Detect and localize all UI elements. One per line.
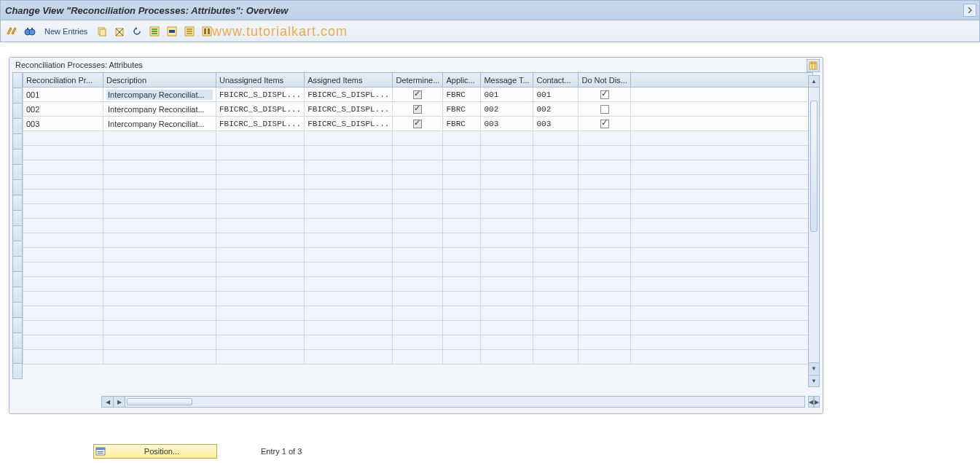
empty-cell[interactable] xyxy=(305,350,393,365)
empty-cell[interactable] xyxy=(481,306,533,321)
empty-cell[interactable] xyxy=(216,233,305,248)
empty-cell[interactable] xyxy=(23,204,103,219)
row-selector[interactable] xyxy=(12,287,23,303)
row-selector[interactable] xyxy=(12,179,23,195)
empty-cell[interactable] xyxy=(443,175,481,190)
empty-cell[interactable] xyxy=(579,248,631,262)
empty-cell[interactable] xyxy=(533,146,579,160)
empty-cell[interactable] xyxy=(579,204,631,219)
empty-cell[interactable] xyxy=(533,175,579,190)
empty-cell[interactable] xyxy=(579,321,631,335)
empty-cell[interactable] xyxy=(443,233,481,248)
row-selector[interactable] xyxy=(12,118,23,134)
empty-cell[interactable] xyxy=(579,146,631,160)
horizontal-scrollbar[interactable]: ◀ ▶ xyxy=(101,396,805,408)
empty-cell[interactable] xyxy=(443,160,481,175)
empty-cell[interactable] xyxy=(579,190,631,204)
col-unassigned[interactable]: Unassigned Items xyxy=(216,73,305,87)
empty-cell[interactable] xyxy=(103,175,216,190)
row-selector[interactable] xyxy=(12,133,23,149)
cell-applic[interactable]: FBRC xyxy=(443,102,481,117)
empty-cell[interactable] xyxy=(481,160,533,175)
empty-cell[interactable] xyxy=(393,292,443,306)
empty-cell[interactable] xyxy=(393,190,443,204)
empty-cell[interactable] xyxy=(23,335,103,350)
empty-cell[interactable] xyxy=(443,306,481,321)
hscroll-left-button[interactable]: ◀ xyxy=(102,397,114,407)
cell-proc[interactable]: 003 xyxy=(23,117,103,131)
empty-cell[interactable] xyxy=(23,175,103,190)
empty-cell[interactable] xyxy=(533,321,579,335)
empty-cell[interactable] xyxy=(305,146,393,160)
empty-cell[interactable] xyxy=(481,248,533,262)
empty-cell[interactable] xyxy=(533,306,579,321)
col-do-not-dis[interactable]: Do Not Dis... xyxy=(579,73,631,87)
empty-cell[interactable] xyxy=(23,292,103,306)
empty-cell[interactable] xyxy=(481,277,533,292)
deselect-all-button[interactable] xyxy=(182,24,197,39)
cell-unassigned[interactable]: FBICRC_S_DISPL... xyxy=(216,102,305,117)
empty-cell[interactable] xyxy=(579,219,631,233)
empty-cell[interactable] xyxy=(393,146,443,160)
cell-proc[interactable]: 001 xyxy=(23,87,103,102)
empty-cell[interactable] xyxy=(393,248,443,262)
empty-cell[interactable] xyxy=(443,219,481,233)
empty-cell[interactable] xyxy=(481,175,533,190)
empty-cell[interactable] xyxy=(443,262,481,277)
empty-cell[interactable] xyxy=(23,233,103,248)
empty-cell[interactable] xyxy=(103,204,216,219)
empty-cell[interactable] xyxy=(481,350,533,365)
empty-cell[interactable] xyxy=(103,190,216,204)
cell-assigned[interactable]: FBICRC_S_DISPL... xyxy=(305,117,393,131)
empty-cell[interactable] xyxy=(23,190,103,204)
empty-cell[interactable] xyxy=(103,131,216,146)
select-all-button[interactable] xyxy=(147,24,162,39)
empty-cell[interactable] xyxy=(533,335,579,350)
cell-applic[interactable]: FBRC xyxy=(443,117,481,131)
empty-cell[interactable] xyxy=(305,335,393,350)
empty-cell[interactable] xyxy=(216,350,305,365)
scroll-down2-button[interactable]: ▼ xyxy=(809,375,819,386)
empty-cell[interactable] xyxy=(216,277,305,292)
empty-cell[interactable] xyxy=(103,321,216,335)
empty-cell[interactable] xyxy=(23,306,103,321)
col-recon-process[interactable]: Reconciliation Pr... xyxy=(23,73,103,87)
empty-cell[interactable] xyxy=(393,262,443,277)
scroll-down-button[interactable]: ▼ xyxy=(809,362,819,374)
empty-cell[interactable] xyxy=(579,160,631,175)
empty-cell[interactable] xyxy=(443,190,481,204)
empty-cell[interactable] xyxy=(23,131,103,146)
empty-cell[interactable] xyxy=(393,350,443,365)
empty-cell[interactable] xyxy=(23,219,103,233)
empty-cell[interactable] xyxy=(579,131,631,146)
hscroll-track[interactable] xyxy=(125,397,804,407)
row-selector[interactable] xyxy=(12,332,23,349)
empty-cell[interactable] xyxy=(393,233,443,248)
empty-cell[interactable] xyxy=(533,262,579,277)
empty-cell[interactable] xyxy=(443,292,481,306)
empty-cell[interactable] xyxy=(579,175,631,190)
empty-cell[interactable] xyxy=(305,190,393,204)
empty-cell[interactable] xyxy=(443,248,481,262)
cell-contact[interactable]: 001 xyxy=(533,87,579,102)
empty-cell[interactable] xyxy=(216,160,305,175)
empty-cell[interactable] xyxy=(443,321,481,335)
empty-cell[interactable] xyxy=(579,350,631,365)
cell-msg[interactable]: 002 xyxy=(481,102,533,117)
empty-cell[interactable] xyxy=(103,146,216,160)
empty-cell[interactable] xyxy=(103,292,216,306)
other-view-button[interactable] xyxy=(23,24,37,39)
row-selector[interactable] xyxy=(12,210,23,226)
empty-cell[interactable] xyxy=(216,262,305,277)
empty-cell[interactable] xyxy=(23,350,103,365)
empty-cell[interactable] xyxy=(481,292,533,306)
empty-cell[interactable] xyxy=(443,277,481,292)
empty-cell[interactable] xyxy=(481,262,533,277)
col-assigned[interactable]: Assigned Items xyxy=(305,73,393,87)
empty-cell[interactable] xyxy=(393,306,443,321)
col-message-t[interactable]: Message T... xyxy=(481,73,533,87)
scroll-thumb[interactable] xyxy=(810,101,818,232)
col-applic[interactable]: Applic... xyxy=(443,73,481,87)
empty-cell[interactable] xyxy=(305,219,393,233)
cell-dnd[interactable] xyxy=(579,87,631,102)
